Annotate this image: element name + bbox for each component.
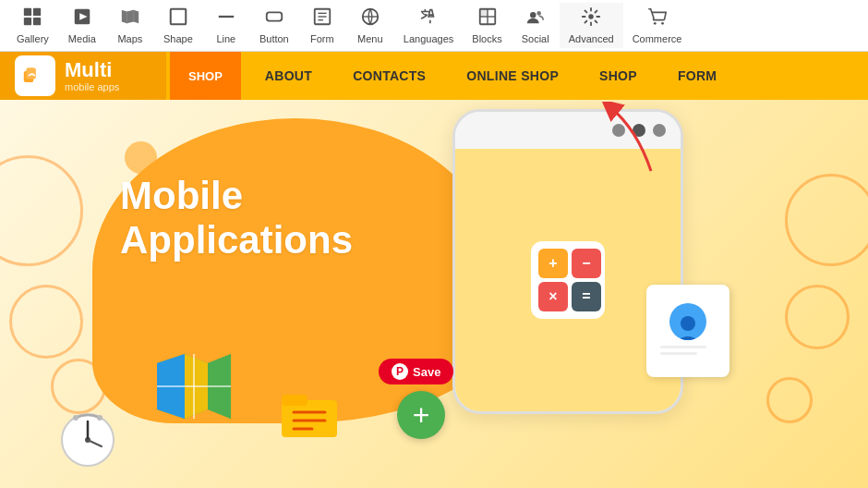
toolbar-form-label: Form [310, 33, 334, 44]
hero-text: Mobile Applications [120, 174, 353, 263]
toolbar: Gallery Media Maps Shape [0, 0, 868, 52]
phone-header [455, 112, 681, 149]
toolbar-button-label: Button [259, 33, 289, 44]
navbar-link-about[interactable]: ABOUT [245, 52, 332, 100]
toolbar-item-form[interactable]: Form [298, 3, 346, 48]
shop-button[interactable]: SHOP [170, 52, 241, 100]
deco-outline-1 [0, 155, 83, 266]
media-icon [72, 6, 92, 31]
svg-point-25 [588, 14, 594, 19]
svg-rect-39 [282, 395, 307, 406]
deco-outline-5 [785, 285, 850, 349]
svg-point-48 [97, 415, 102, 421]
svg-point-26 [653, 22, 656, 25]
toolbar-shape-label: Shape [163, 33, 193, 44]
svg-rect-2 [24, 18, 31, 25]
navbar-links: ABOUT CONTACTS ONLINE SHOP SHOP FORM [245, 52, 868, 100]
map-icon [148, 349, 240, 433]
form-icon [312, 6, 332, 31]
toolbar-item-button[interactable]: Button [250, 3, 298, 48]
calc-plus: + [538, 249, 568, 278]
toolbar-item-shape[interactable]: Shape [154, 3, 202, 48]
toolbar-item-commerce[interactable]: Commerce [623, 3, 692, 48]
maps-icon [120, 6, 140, 31]
deco-outline-4 [785, 174, 868, 266]
toolbar-advanced-label: Advanced [569, 33, 614, 44]
logo-icon [15, 55, 55, 96]
plus-icon: + [413, 398, 430, 433]
deco-outline-6 [766, 377, 813, 423]
notepad-line-1 [660, 346, 706, 348]
toolbar-gallery-label: Gallery [17, 33, 49, 44]
button-icon [264, 6, 284, 31]
svg-point-31 [675, 336, 701, 340]
deco-outline-2 [9, 285, 83, 359]
svg-rect-0 [24, 8, 31, 16]
svg-point-24 [536, 11, 541, 16]
calc-minus: − [572, 249, 601, 278]
navbar-link-shop[interactable]: SHOP [579, 52, 657, 100]
calculator: + − × = [531, 241, 605, 319]
main-content: Mobile Applications + − × = [0, 100, 868, 488]
toolbar-commerce-label: Commerce [633, 33, 682, 44]
advanced-icon [581, 6, 601, 31]
navbar: Multi mobile apps SHOP ABOUT CONTACTS ON… [0, 52, 868, 100]
toolbar-maps-label: Maps [117, 33, 142, 44]
svg-marker-6 [122, 10, 139, 24]
notepad-avatar [669, 303, 706, 340]
svg-rect-29 [26, 67, 36, 79]
svg-rect-11 [267, 12, 283, 20]
svg-rect-3 [33, 18, 41, 25]
logo-area: Multi mobile apps [0, 52, 166, 100]
notepad-line-2 [660, 352, 697, 355]
navbar-link-form[interactable]: FORM [657, 52, 737, 100]
navbar-link-contacts[interactable]: CONTACTS [332, 52, 446, 100]
logo-text: Multi mobile apps [65, 59, 119, 92]
toolbar-item-media[interactable]: Media [58, 3, 106, 48]
commerce-icon [647, 6, 668, 31]
logo-sub: mobile apps [65, 81, 119, 92]
toolbar-item-languages[interactable]: Languages [394, 3, 463, 48]
gallery-icon [22, 6, 42, 31]
blocks-icon [477, 6, 498, 31]
phone-dot-3 [653, 124, 666, 137]
svg-point-27 [661, 22, 664, 25]
toolbar-menu-label: Menu [357, 33, 383, 44]
hero-line1: Mobile [120, 174, 353, 218]
toolbar-item-line[interactable]: Line [202, 3, 250, 48]
svg-rect-22 [479, 9, 487, 17]
pinterest-icon: P [392, 363, 408, 380]
toolbar-languages-label: Languages [404, 33, 453, 44]
notepad [646, 285, 729, 377]
toolbar-item-menu[interactable]: Menu [346, 3, 394, 48]
svg-point-47 [73, 415, 78, 421]
notepad-lines [660, 346, 716, 359]
toolbar-item-maps[interactable]: Maps [106, 3, 154, 48]
logo-brand: Multi [65, 59, 119, 81]
toolbar-blocks-label: Blocks [472, 33, 501, 44]
save-button[interactable]: P Save [379, 359, 453, 384]
toolbar-line-label: Line [216, 33, 235, 44]
toolbar-social-label: Social [522, 33, 549, 44]
svg-point-30 [681, 316, 695, 331]
toolbar-item-gallery[interactable]: Gallery [7, 3, 58, 48]
save-label: Save [413, 365, 440, 379]
svg-rect-1 [33, 8, 41, 16]
shape-icon [168, 6, 188, 31]
clock-icon [55, 405, 120, 470]
phone-dot-1 [612, 124, 625, 137]
toolbar-item-social[interactable]: Social [512, 3, 560, 48]
phone-dot-2 [633, 124, 645, 137]
toolbar-item-blocks[interactable]: Blocks [463, 3, 511, 48]
hero-line2: Applications [120, 218, 353, 262]
calc-times: × [538, 282, 568, 311]
svg-rect-9 [171, 9, 187, 25]
toolbar-item-advanced[interactable]: Advanced [560, 3, 623, 48]
folder-icon [277, 382, 342, 442]
toolbar-media-label: Media [68, 33, 96, 44]
social-icon [525, 6, 546, 31]
add-button[interactable]: + [397, 391, 445, 439]
calc-equals: = [572, 282, 601, 311]
navbar-link-online-shop[interactable]: ONLINE SHOP [446, 52, 579, 100]
languages-icon [418, 6, 439, 31]
